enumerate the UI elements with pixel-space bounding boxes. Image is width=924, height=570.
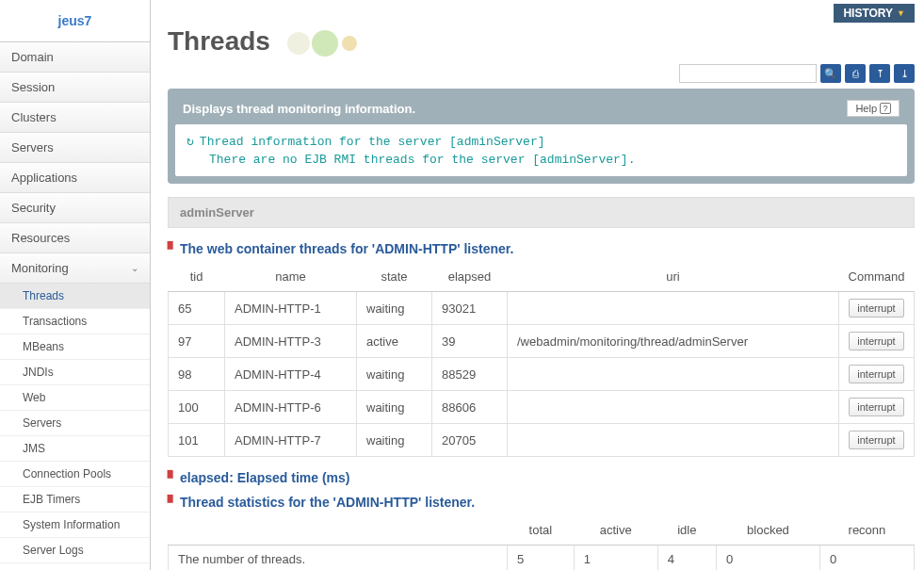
sidebar-item-servers[interactable]: Servers <box>0 133 150 163</box>
cell-uri: /webadmin/monitoring/thread/adminServer <box>508 325 839 358</box>
sidebar-sub-web[interactable]: Web <box>0 385 150 411</box>
sidebar-sub-servers[interactable]: Servers <box>0 411 150 436</box>
cell-state: active <box>357 325 432 358</box>
interrupt-button[interactable]: interrupt <box>849 332 903 350</box>
sidebar-sub-jms[interactable]: JMS <box>0 436 150 462</box>
threads-table: tid name state elapsed uri Command 65ADM… <box>168 262 915 457</box>
sidebar-sub-ejb-timers[interactable]: EJB Timers <box>0 487 150 513</box>
cell-name: ADMIN-HTTP-3 <box>225 325 357 358</box>
main-content: HISTORY ▼ Threads 🔍 ⎙ ⤒ ⤓ Displays threa… <box>151 0 924 570</box>
decoration-circle <box>342 36 357 51</box>
sidebar: jeus7 Domain Session Clusters Servers Ap… <box>0 0 151 570</box>
sidebar-sub-server-logs[interactable]: Server Logs <box>0 538 150 563</box>
sidebar-sub-transactions[interactable]: Transactions <box>0 309 150 334</box>
sidebar-sub-connection-pools[interactable]: Connection Pools <box>0 462 150 487</box>
bullet-icon: ▘ <box>168 470 178 485</box>
th-total: total <box>508 515 575 546</box>
sidebar-item-clusters[interactable]: Clusters <box>0 103 150 133</box>
search-icon[interactable]: 🔍 <box>820 64 841 83</box>
th-command: Command <box>839 262 915 292</box>
info-line2: There are no EJB RMI threads for the ser… <box>186 151 896 169</box>
print-icon[interactable]: ⎙ <box>845 64 866 83</box>
stats-table: total active idle blocked reconn The num… <box>168 515 915 570</box>
cell-state: waiting <box>357 391 432 424</box>
stats-blocked: 0 <box>717 546 820 571</box>
cell-elapsed: 88606 <box>432 391 508 424</box>
sidebar-sub-jndis[interactable]: JNDIs <box>0 360 150 385</box>
cell-elapsed: 39 <box>432 325 508 358</box>
bullet-icon: ▘ <box>168 495 178 510</box>
th-uri: uri <box>508 262 839 292</box>
sidebar-item-label: Monitoring <box>11 261 69 275</box>
decoration-circle <box>312 30 338 57</box>
table-row: 101ADMIN-HTTP-7waiting20705interrupt <box>169 424 915 457</box>
info-panel: Displays thread monitoring information. … <box>168 89 915 184</box>
stats-active: 1 <box>574 546 657 571</box>
th-active: active <box>574 515 657 546</box>
sidebar-item-monitoring[interactable]: Monitoring ⌄ <box>0 253 150 284</box>
cell-uri <box>508 424 839 457</box>
th-idle: idle <box>657 515 716 546</box>
sidebar-sub-mbeans[interactable]: MBeans <box>0 334 150 360</box>
interrupt-button[interactable]: interrupt <box>849 299 903 318</box>
sidebar-item-resources[interactable]: Resources <box>0 223 150 253</box>
interrupt-button[interactable]: interrupt <box>849 431 903 449</box>
th-blocked: blocked <box>717 515 820 546</box>
cell-tid: 97 <box>169 325 225 358</box>
section2-title: Thread statistics for the 'ADMIN-HTTP' l… <box>180 495 475 510</box>
th-state: state <box>357 262 432 292</box>
stats-row-label: The number of threads. <box>169 546 508 571</box>
cell-tid: 98 <box>169 358 225 391</box>
table-row: 97ADMIN-HTTP-3active39/webadmin/monitori… <box>169 325 915 358</box>
cell-uri <box>508 292 839 325</box>
cell-name: ADMIN-HTTP-4 <box>225 358 357 391</box>
export-xml-icon[interactable]: ⤒ <box>869 64 890 83</box>
th-name: name <box>225 262 357 292</box>
cell-name: ADMIN-HTTP-6 <box>225 391 357 424</box>
sidebar-item-domain[interactable]: Domain <box>0 42 150 73</box>
th-reconn: reconn <box>819 515 914 546</box>
cell-state: waiting <box>357 292 432 325</box>
brand: jeus7 <box>0 0 150 42</box>
th-tid: tid <box>169 262 225 292</box>
search-input[interactable] <box>679 64 817 83</box>
decoration-circle <box>287 32 310 55</box>
section1-title: The web container threads for 'ADMIN-HTT… <box>180 241 513 256</box>
cell-name: ADMIN-HTTP-7 <box>225 424 357 457</box>
cell-uri <box>508 358 839 391</box>
stats-reconn: 0 <box>819 546 914 571</box>
cell-state: waiting <box>357 358 432 391</box>
stats-idle: 4 <box>657 546 716 571</box>
interrupt-button[interactable]: interrupt <box>849 398 903 416</box>
table-row: 65ADMIN-HTTP-1waiting93021interrupt <box>169 292 915 325</box>
sidebar-sub-system-information[interactable]: System Information <box>0 513 150 538</box>
chevron-down-icon: ▼ <box>897 8 905 18</box>
th-elapsed: elapsed <box>432 262 508 292</box>
cell-uri <box>508 391 839 424</box>
help-label: Help <box>855 103 877 114</box>
sidebar-item-session[interactable]: Session <box>0 73 150 103</box>
help-button[interactable]: Help ? <box>847 100 900 117</box>
bullet-icon: ▘ <box>168 241 178 256</box>
help-icon: ? <box>880 103 891 114</box>
interrupt-button[interactable]: interrupt <box>849 365 903 383</box>
sidebar-sub-threads[interactable]: Threads <box>0 284 150 309</box>
save-icon[interactable]: ⤓ <box>894 64 915 83</box>
sidebar-item-applications[interactable]: Applications <box>0 163 150 193</box>
cell-tid: 65 <box>169 292 225 325</box>
th-empty <box>169 515 508 546</box>
stats-row: The number of threads. 5 1 4 0 0 <box>169 546 915 571</box>
stats-total: 5 <box>508 546 575 571</box>
server-label: adminServer <box>168 197 915 228</box>
history-button[interactable]: HISTORY ▼ <box>834 4 915 23</box>
cell-state: waiting <box>357 424 432 457</box>
sidebar-item-security[interactable]: Security <box>0 193 150 223</box>
refresh-icon: ↻ <box>186 135 194 149</box>
table-row: 98ADMIN-HTTP-4waiting88529interrupt <box>169 358 915 391</box>
cell-tid: 100 <box>169 391 225 424</box>
cell-elapsed: 88529 <box>432 358 508 391</box>
info-header-text: Displays thread monitoring information. <box>183 102 415 116</box>
sidebar-sub-statistics[interactable]: Statistics <box>0 563 150 570</box>
chevron-down-icon: ⌄ <box>131 263 138 273</box>
info-line1: Thread information for the server [admin… <box>200 135 545 149</box>
